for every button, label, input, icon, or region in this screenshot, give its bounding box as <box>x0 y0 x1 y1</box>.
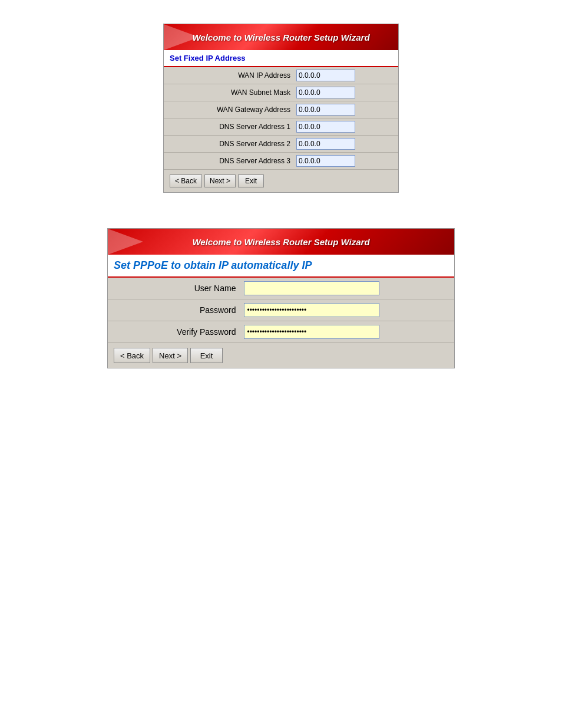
verify-password-cell <box>239 321 454 343</box>
wan-gateway-input[interactable] <box>296 104 355 116</box>
table-row: User Name <box>108 278 454 299</box>
table-row: WAN Gateway Address <box>164 101 398 118</box>
panel1-next-button[interactable]: Next > <box>204 174 236 187</box>
wan-gateway-cell <box>293 101 398 118</box>
panel1-header: Welcome to Wireless Router Setup Wizard <box>164 24 398 50</box>
dns2-label: DNS Server Address 2 <box>164 136 293 153</box>
wan-subnet-cell <box>293 84 398 101</box>
table-row: WAN IP Address <box>164 67 398 84</box>
password-label: Password <box>108 299 239 321</box>
username-label: User Name <box>108 278 239 299</box>
panel1-form-table: WAN IP Address WAN Subnet Mask WAN Gatew… <box>164 67 398 170</box>
panel2-header-title: Welcome to Wireless Router Setup Wizard <box>115 237 447 247</box>
wan-gateway-label: WAN Gateway Address <box>164 101 293 118</box>
panel1-subtitle-bar: Set Fixed IP Address <box>164 50 398 67</box>
dns3-label: DNS Server Address 3 <box>164 153 293 170</box>
table-row: DNS Server Address 2 <box>164 136 398 153</box>
panel1-button-row: < Back Next > Exit <box>164 170 398 192</box>
table-row: DNS Server Address 3 <box>164 153 398 170</box>
username-input[interactable] <box>244 281 379 295</box>
table-row: Password <box>108 299 454 321</box>
panel2-exit-button[interactable]: Exit <box>190 348 223 363</box>
panel1-back-button[interactable]: < Back <box>170 174 202 187</box>
panel1-content: WAN IP Address WAN Subnet Mask WAN Gatew… <box>164 67 398 170</box>
dns2-cell <box>293 136 398 153</box>
panel2-next-button[interactable]: Next > <box>153 348 188 363</box>
panel1-subtitle-text: Set Fixed IP Address <box>170 54 246 62</box>
dns2-input[interactable] <box>296 138 355 150</box>
panel2-button-row: < Back Next > Exit <box>108 343 454 368</box>
password-cell <box>239 299 454 321</box>
panel2-form-table: User Name Password Verify Password <box>108 278 454 343</box>
wan-ip-cell <box>293 67 398 84</box>
panel2-subtitle-bar: Set PPPoE to obtain IP automatically IP <box>108 255 454 278</box>
fixed-ip-panel: Welcome to Wireless Router Setup Wizard … <box>163 24 399 193</box>
wan-ip-label: WAN IP Address <box>164 67 293 84</box>
dns1-label: DNS Server Address 1 <box>164 118 293 136</box>
wan-subnet-label: WAN Subnet Mask <box>164 84 293 101</box>
dns3-cell <box>293 153 398 170</box>
panel1-header-title: Welcome to Wireless Router Setup Wizard <box>171 32 391 42</box>
username-cell <box>239 278 454 299</box>
pppoe-panel: Welcome to Wireless Router Setup Wizard … <box>107 228 455 368</box>
page-wrapper: Welcome to Wireless Router Setup Wizard … <box>0 0 562 392</box>
table-row: DNS Server Address 1 <box>164 118 398 136</box>
wan-subnet-input[interactable] <box>296 87 355 98</box>
password-input[interactable] <box>244 303 379 317</box>
dns3-input[interactable] <box>296 155 355 167</box>
panel2-back-button[interactable]: < Back <box>114 348 150 363</box>
panel2-header: Welcome to Wireless Router Setup Wizard <box>108 229 454 255</box>
table-row: WAN Subnet Mask <box>164 84 398 101</box>
dns1-cell <box>293 118 398 136</box>
panel1-exit-button[interactable]: Exit <box>238 174 264 187</box>
verify-password-input[interactable] <box>244 325 379 339</box>
panel2-content: User Name Password Verify Password <box>108 278 454 343</box>
dns1-input[interactable] <box>296 121 355 133</box>
panel2-subtitle-text: Set PPPoE to obtain IP automatically IP <box>114 259 312 271</box>
verify-password-label: Verify Password <box>108 321 239 343</box>
table-row: Verify Password <box>108 321 454 343</box>
wan-ip-input[interactable] <box>296 70 355 81</box>
